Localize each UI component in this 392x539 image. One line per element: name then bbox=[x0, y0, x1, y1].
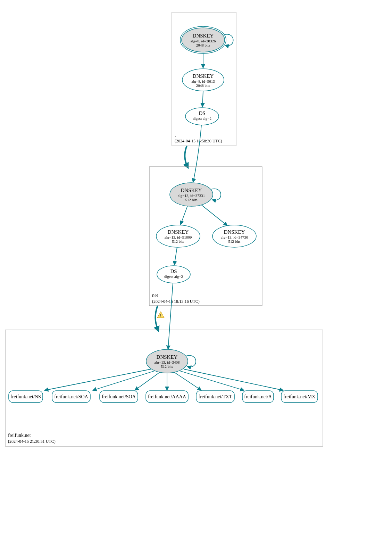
node-net-dnskey-ksk: DNSKEY alg=13, id=37331 512 bits bbox=[170, 183, 213, 206]
edge-ksk-to-soa2 bbox=[135, 372, 160, 390]
node-rrset-a: freifunk.net/A bbox=[242, 391, 274, 403]
warning-icon: ! bbox=[157, 312, 164, 318]
node-title: DNSKEY bbox=[157, 354, 178, 360]
rrset-label: freifunk.net/A bbox=[244, 394, 272, 399]
rrset-label: freifunk.net/SOA bbox=[54, 394, 88, 399]
node-line2: 512 bits bbox=[228, 239, 240, 243]
node-line1: digest alg=2 bbox=[193, 116, 211, 121]
node-rrset-soa-2: freifunk.net/SOA bbox=[100, 391, 138, 403]
node-title: DNSKEY bbox=[193, 73, 214, 79]
node-rrset-soa-1: freifunk.net/SOA bbox=[52, 391, 90, 403]
node-rrset-ns: freifunk.net/NS bbox=[9, 391, 43, 403]
node-line1: digest alg=2 bbox=[164, 274, 183, 279]
node-line2: 512 bits bbox=[185, 198, 197, 202]
node-freifunk-dnskey-ksk: DNSKEY alg=13, id=3408 512 bits bbox=[146, 349, 188, 373]
svg-text:!: ! bbox=[160, 314, 161, 318]
node-net-ds: DS digest alg=2 bbox=[157, 266, 190, 283]
node-rrset-mx: freifunk.net/MX bbox=[281, 391, 318, 403]
zone-box-freifunk bbox=[5, 330, 323, 446]
node-root-dnskey-ksk: DNSKEY alg=8, id=20326 2048 bits bbox=[180, 26, 226, 53]
zone-timestamp-freifunk: (2024-04-15 21:30:51 UTC) bbox=[8, 439, 56, 444]
edge-net-zsk1-to-ds bbox=[174, 247, 177, 265]
node-net-dnskey-zsk-left: DNSKEY alg=13, id=51809 512 bits bbox=[156, 225, 200, 247]
zone-timestamp-net: (2024-04-15 18:13:16 UTC) bbox=[152, 299, 200, 304]
node-root-ds: DS digest alg=2 bbox=[185, 108, 219, 125]
node-title: DNSKEY bbox=[168, 229, 189, 235]
node-title: DNSKEY bbox=[224, 229, 245, 235]
node-line1: alg=8, id=5613 bbox=[191, 79, 215, 83]
node-line2: 2048 bits bbox=[196, 83, 210, 88]
node-net-dnskey-zsk-right: DNSKEY alg=13, id=34730 512 bits bbox=[212, 225, 256, 247]
node-line2: 2048 bits bbox=[196, 43, 210, 47]
node-title: DNSKEY bbox=[181, 188, 202, 193]
edge-rootbox-to-net-ksk bbox=[185, 146, 187, 167]
node-rrset-aaaa: freifunk.net/AAAA bbox=[146, 391, 188, 403]
zone-label-net: net bbox=[152, 293, 158, 298]
rrset-label: freifunk.net/TXT bbox=[199, 394, 232, 399]
edge-root-zsk-to-ds bbox=[202, 91, 203, 107]
node-line2: 512 bits bbox=[161, 364, 173, 368]
dnssec-graph: . (2024-04-15 16:58:30 UTC) DNSKEY alg=8… bbox=[0, 0, 392, 539]
node-line1: alg=13, id=34730 bbox=[221, 235, 248, 239]
node-line1: alg=8, id=20326 bbox=[191, 39, 216, 43]
node-line1: alg=13, id=51809 bbox=[165, 235, 192, 239]
rrset-label: freifunk.net/NS bbox=[10, 394, 41, 399]
edge-root-ds-to-net-ksk bbox=[193, 125, 201, 182]
rrset-label: freifunk.net/AAAA bbox=[148, 394, 186, 399]
node-rrset-txt: freifunk.net/TXT bbox=[196, 391, 234, 403]
node-title: DS bbox=[170, 268, 177, 274]
node-line1: alg=13, id=37331 bbox=[178, 193, 205, 198]
edge-ksk-to-txt bbox=[174, 372, 201, 390]
node-root-dnskey-zsk: DNSKEY alg=8, id=5613 2048 bits bbox=[182, 69, 224, 91]
edge-ksk-to-soa1 bbox=[93, 371, 155, 390]
edge-net-ds-to-freifunk-ksk bbox=[168, 283, 173, 349]
node-title: DS bbox=[199, 110, 205, 116]
edge-net-ksk-to-zsk2 bbox=[201, 205, 227, 226]
rrset-label: freifunk.net/MX bbox=[283, 394, 315, 399]
node-title: DNSKEY bbox=[193, 33, 214, 39]
zone-timestamp-root: (2024-04-15 16:58:30 UTC) bbox=[175, 139, 222, 143]
node-line1: alg=13, id=3408 bbox=[155, 360, 180, 364]
edge-net-ksk-to-zsk1 bbox=[181, 206, 187, 225]
rrset-label: freifunk.net/SOA bbox=[102, 394, 136, 399]
zone-label-freifunk: freifunk.net bbox=[8, 433, 31, 438]
edge-ksk-to-a bbox=[180, 371, 244, 390]
node-line2: 512 bits bbox=[172, 239, 184, 243]
zone-label-root: . bbox=[175, 133, 176, 138]
edge-ksk-to-ns bbox=[44, 369, 151, 390]
